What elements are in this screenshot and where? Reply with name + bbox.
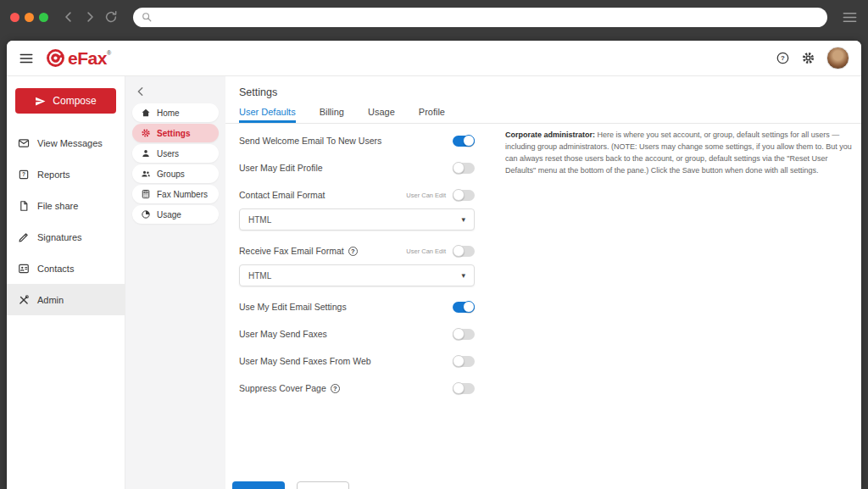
send-icon — [35, 96, 46, 107]
settings-tabs: User DefaultsBillingUsageProfile — [225, 107, 861, 124]
toggle-knob — [453, 245, 465, 257]
browser-forward-icon[interactable] — [82, 9, 97, 25]
subnav-item-label: Settings — [157, 129, 190, 138]
back-chevron-icon[interactable] — [134, 85, 147, 98]
help-icon[interactable]: ? — [348, 247, 358, 256]
close-button[interactable] — [10, 13, 19, 22]
settings-content: Settings User DefaultsBillingUsageProfil… — [225, 76, 861, 489]
primary-sidebar: Compose View Messages?ReportsFile shareS… — [7, 76, 125, 489]
toggle-knob — [463, 301, 475, 313]
compose-button[interactable]: Compose — [15, 88, 116, 114]
setting-label: Suppress Cover Page? — [239, 383, 340, 393]
chevron-down-icon: ▾ — [461, 215, 465, 224]
toggle-send-welcome-email-to-new-users[interactable] — [453, 136, 475, 147]
gear-icon[interactable] — [801, 51, 815, 65]
setting-label: User May Send Faxes From Web — [239, 356, 371, 366]
settings-row-user-may-edit-profile: User May Edit Profile — [239, 154, 475, 181]
settings-row-suppress-cover-page: Suppress Cover Page? — [239, 375, 475, 402]
report-icon: ? — [18, 169, 30, 181]
select-value: HTML — [248, 271, 271, 281]
tab-usage[interactable]: Usage — [368, 107, 395, 123]
efax-logo[interactable]: eFax ® — [45, 47, 111, 69]
logo-text: eFax — [68, 48, 107, 69]
admin-info-bold: Corporate administrator: — [505, 131, 595, 139]
toggle-receive-fax-email-format[interactable] — [453, 246, 475, 257]
menu-icon[interactable] — [19, 51, 34, 66]
settings-row-user-may-send-faxes-from-web: User May Send Faxes From Web — [239, 347, 475, 375]
tab-user-defaults[interactable]: User Defaults — [239, 107, 296, 123]
help-icon[interactable]: ? — [331, 384, 340, 393]
sidebar-items: View Messages?ReportsFile shareSignature… — [7, 127, 125, 315]
toggle-user-may-send-faxes-from-web[interactable] — [453, 356, 475, 367]
subnav-item-settings[interactable]: Settings — [132, 124, 219, 142]
user-can-edit-label: User Can Edit — [406, 247, 446, 255]
sidebar-item-label: Reports — [37, 169, 70, 180]
browser-back-icon[interactable] — [61, 9, 76, 25]
subnav-item-groups[interactable]: Groups — [132, 164, 219, 183]
user-can-edit-label: User Can Edit — [406, 192, 446, 199]
browser-chrome — [0, 0, 868, 34]
user-icon — [141, 148, 151, 158]
home-icon — [141, 108, 151, 118]
file-icon — [18, 200, 30, 212]
settings-row-user-may-send-faxes: User May Send Faxes — [239, 320, 475, 347]
page-title: Settings — [239, 86, 861, 98]
subnav-item-fax-numbers[interactable]: Fax Numbers — [132, 185, 219, 203]
settings-row-contact-email-format: Contact Email FormatUser Can Edit — [239, 181, 475, 208]
minimize-button[interactable] — [25, 13, 34, 22]
subnav-item-usage[interactable]: Usage — [132, 205, 219, 224]
avatar[interactable] — [826, 47, 849, 69]
subnav-items: HomeSettingsUsersGroupsFax NumbersUsage — [125, 103, 225, 224]
setting-label: Contact Email Format — [239, 190, 326, 200]
subnav-item-home[interactable]: Home — [132, 103, 219, 122]
setting-label: Use My Edit Email Settings — [239, 302, 347, 312]
sidebar-item-label: View Messages — [37, 138, 103, 148]
tab-profile[interactable]: Profile — [419, 107, 445, 123]
select-receive-fax-email-format[interactable]: HTML▾ — [239, 264, 475, 286]
settings-row-receive-fax-email-format: Receive Fax Email Format?User Can Edit — [239, 237, 475, 264]
settings-form: Send Welcome Email To New UsersUser May … — [239, 127, 475, 402]
browser-address-bar[interactable] — [133, 8, 827, 27]
svg-text:?: ? — [781, 54, 785, 62]
envelope-icon — [18, 137, 30, 149]
reload-icon[interactable] — [103, 9, 119, 25]
search-icon — [141, 11, 153, 23]
toggle-knob — [453, 189, 465, 201]
sidebar-item-contacts[interactable]: Contacts — [7, 253, 125, 284]
toggle-user-may-edit-profile[interactable] — [453, 163, 475, 174]
header-actions: ? — [776, 47, 849, 69]
compose-label: Compose — [53, 95, 96, 107]
contacts-icon — [18, 263, 30, 275]
signature-icon — [18, 231, 30, 243]
toggle-knob — [463, 135, 475, 147]
select-value: HTML — [248, 215, 271, 225]
sidebar-item-view-messages[interactable]: View Messages — [7, 127, 125, 158]
setting-label: User May Edit Profile — [239, 163, 323, 173]
subnav-item-label: Users — [157, 149, 179, 158]
toggle-knob — [453, 162, 465, 174]
toggle-knob — [453, 328, 465, 340]
select-contact-email-format[interactable]: HTML▾ — [239, 208, 475, 231]
toggle-user-may-send-faxes[interactable] — [453, 329, 475, 340]
sidebar-item-signatures[interactable]: Signatures — [7, 221, 125, 253]
sidebar-item-label: File share — [37, 201, 78, 211]
sidebar-item-reports[interactable]: ?Reports — [7, 158, 125, 190]
setting-label: Receive Fax Email Format? — [239, 246, 358, 256]
sidebar-item-file-share[interactable]: File share — [7, 190, 125, 221]
fax-icon — [141, 189, 151, 199]
app-window: eFax ® ? Compose View Messages?ReportsFi… — [7, 41, 861, 489]
toggle-contact-email-format[interactable] — [453, 190, 475, 201]
setting-label: Send Welcome Email To New Users — [239, 136, 381, 146]
help-icon[interactable]: ? — [776, 51, 790, 65]
logo-registered-mark: ® — [107, 50, 111, 56]
toggle-use-my-edit-email-settings[interactable] — [453, 302, 475, 313]
toggle-suppress-cover-page[interactable] — [453, 383, 475, 394]
zoom-button[interactable] — [39, 13, 48, 22]
secondary-button-cutoff[interactable] — [297, 481, 349, 489]
admin-icon — [18, 294, 30, 306]
tab-billing[interactable]: Billing — [320, 107, 344, 123]
primary-button-cutoff[interactable] — [232, 481, 285, 489]
sidebar-item-admin[interactable]: Admin — [7, 284, 125, 315]
subnav-item-users[interactable]: Users — [132, 144, 219, 163]
browser-menu-icon[interactable] — [842, 9, 858, 25]
